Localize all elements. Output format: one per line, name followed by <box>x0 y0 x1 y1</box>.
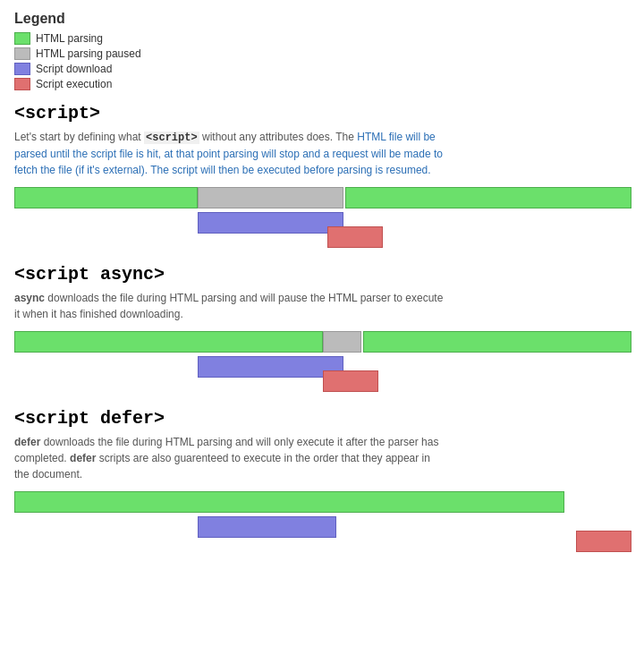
legend-label-script-execution: Script execution <box>36 78 112 90</box>
legend-item-html-parsing-paused: HTML parsing paused <box>14 47 630 60</box>
bar-script-exec <box>327 226 383 248</box>
bar-defer-html-parse <box>14 491 564 513</box>
section-script: <script> Let's start by defining what <s… <box>14 103 630 250</box>
section-title-script: <script> <box>14 103 630 123</box>
bar-async-html-parse-1 <box>14 331 323 353</box>
bar-async-html-pause <box>323 331 361 353</box>
bar-defer-script-download <box>198 516 336 538</box>
bar-script-download <box>198 212 343 234</box>
legend-item-script-download: Script download <box>14 63 630 75</box>
bar-defer-script-exec <box>576 531 631 552</box>
legend-color-html-parsing <box>14 32 30 45</box>
legend-item-script-execution: Script execution <box>14 78 630 90</box>
section-script-defer: <script defer> defer downloads the file … <box>14 408 630 554</box>
legend-label-html-parsing: HTML parsing <box>36 32 103 45</box>
legend-label-html-parsing-paused: HTML parsing paused <box>36 47 141 60</box>
diagram-async <box>14 331 631 394</box>
section-desc-async: async downloads the file during HTML par… <box>14 290 444 322</box>
legend-title: Legend <box>14 11 630 27</box>
section-desc-defer: defer downloads the file during HTML par… <box>14 434 444 482</box>
legend: Legend HTML parsing HTML parsing paused … <box>14 11 630 90</box>
legend-color-html-parsing-paused <box>14 47 30 60</box>
legend-label-script-download: Script download <box>36 63 112 75</box>
section-desc-script: Let's start by defining what <script> wi… <box>14 129 444 178</box>
legend-color-script-download <box>14 63 30 75</box>
bar-html-parse-2 <box>345 187 631 208</box>
diagram-script <box>14 187 631 250</box>
bar-html-pause <box>198 187 343 208</box>
bar-async-script-download <box>198 356 343 378</box>
legend-item-html-parsing: HTML parsing <box>14 32 630 45</box>
bar-async-script-exec <box>323 370 378 392</box>
section-script-async: <script async> async downloads the file … <box>14 264 630 394</box>
section-title-async: <script async> <box>14 264 630 285</box>
diagram-defer <box>14 491 631 554</box>
bar-html-parse-1 <box>14 187 198 208</box>
bar-async-html-parse-2 <box>363 331 631 353</box>
section-title-defer: <script defer> <box>14 408 630 429</box>
legend-color-script-execution <box>14 78 30 90</box>
